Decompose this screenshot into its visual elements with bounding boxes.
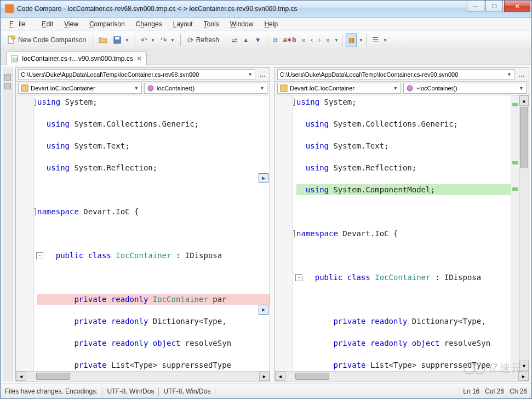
right-path-combobox[interactable]: C:\Users\Duke\AppData\Local\Temp\IocCont… xyxy=(277,69,514,80)
close-button[interactable]: ✕ xyxy=(504,1,530,12)
refresh-icon: ⟳ xyxy=(187,36,194,44)
list-icon: ☰ xyxy=(373,36,379,44)
status-encoding-left: UTF-8, Win/Dos xyxy=(107,387,154,395)
status-col: Col 26 xyxy=(485,387,504,395)
window-title: Code Compare - IocContainer.cs-rev68.svn… xyxy=(17,5,298,13)
compare-content: C:\Users\Duke\AppData\Local\Temp\IocCont… xyxy=(1,65,531,384)
char-diff-icon: a✶b xyxy=(283,36,296,44)
class-icon xyxy=(21,84,28,92)
merge-right-all-button[interactable]: » xyxy=(324,33,332,47)
statusbar: Files have changes. Encodings: UTF-8, Wi… xyxy=(1,384,531,398)
chevron-down-icon: ▼ xyxy=(507,72,512,77)
diff-marker-right-icon[interactable]: ▶ xyxy=(259,173,268,183)
right-pane: C:\Users\Duke\AppData\Local\Temp\IocCont… xyxy=(274,67,529,381)
menu-help[interactable]: Help xyxy=(259,19,283,30)
dropdown-icon[interactable]: ▼ xyxy=(334,38,339,43)
merge-left-all-icon: « xyxy=(302,36,306,44)
chevron-down-icon: ▼ xyxy=(134,86,139,91)
svg-point-7 xyxy=(148,86,153,91)
right-member-combobox[interactable]: ~IocContainer() ▼ xyxy=(403,83,527,94)
copy-icon: ⧉ xyxy=(273,36,278,44)
status-encoding-right: UTF-8, Win/Dos xyxy=(163,387,210,395)
copy-block-button[interactable]: ⧉ xyxy=(271,33,280,47)
save-button[interactable]: ▼ xyxy=(111,33,131,47)
folder-open-icon xyxy=(99,36,107,44)
right-browse-button[interactable]: … xyxy=(517,71,527,78)
method-icon xyxy=(147,84,155,92)
menu-file[interactable]: File xyxy=(4,19,36,30)
merge-left-all-button[interactable]: « xyxy=(300,33,308,47)
menu-changes[interactable]: Changes xyxy=(130,19,168,30)
merge-right-button[interactable]: › xyxy=(316,33,323,47)
svg-point-9 xyxy=(407,86,413,91)
left-path-combobox[interactable]: C:\Users\Duke\AppData\Local\Temp\IocCont… xyxy=(18,69,255,80)
left-browse-button[interactable]: … xyxy=(258,71,267,78)
left-scope-combobox[interactable]: Devart.IoC.IocContainer ▼ xyxy=(18,83,142,94)
menu-comparison[interactable]: Comparison xyxy=(84,19,130,30)
save-icon xyxy=(113,36,122,44)
right-code-editor[interactable]: -using System; using System.Collections.… xyxy=(293,95,511,371)
arrow-up-icon: ▲ xyxy=(243,36,249,44)
columns-icon: ▮▮ xyxy=(348,36,354,44)
char-diff-button[interactable]: a✶b xyxy=(281,33,299,47)
scroll-down-icon[interactable]: ▼ xyxy=(519,361,529,371)
swap-panes-button[interactable]: ⇄ xyxy=(230,33,239,47)
right-scope-combobox[interactable]: Devart.IoC.IocContainer ▼ xyxy=(277,83,401,94)
tab-label: IocContainer.cs-r…v90.svn000.tmp.cs xyxy=(22,55,133,62)
class-icon xyxy=(280,84,288,92)
menubar: File Edit View Comparison Changes Layout… xyxy=(1,18,531,31)
merge-right-icon: › xyxy=(318,36,321,44)
merge-left-icon: ‹ xyxy=(311,36,313,44)
left-pane: C:\Users\Duke\AppData\Local\Temp\IocCont… xyxy=(15,67,270,381)
csharp-file-icon: C# xyxy=(11,55,19,62)
menu-window[interactable]: Window xyxy=(225,19,259,30)
svg-rect-6 xyxy=(21,85,28,92)
refresh-button[interactable]: ⟳ Refresh xyxy=(184,33,222,47)
left-gutter[interactable] xyxy=(16,95,34,371)
redo-button[interactable]: ↷▼ xyxy=(158,33,177,47)
maximize-button[interactable]: ☐ xyxy=(485,1,503,12)
undo-button[interactable]: ↶▼ xyxy=(139,33,157,47)
tab-file[interactable]: C# IocContainer.cs-r…v90.svn000.tmp.cs ✕ xyxy=(6,52,147,65)
prev-diff-button[interactable]: ▲ xyxy=(241,33,251,47)
right-path-text: C:\Users\Duke\AppData\Local\Temp\IocCont… xyxy=(280,71,458,78)
undo-icon: ↶ xyxy=(141,36,147,44)
layout-sidebyside-button[interactable]: ▮▮ xyxy=(346,33,357,47)
app-icon xyxy=(5,4,14,13)
dropdown-icon[interactable]: ▼ xyxy=(359,38,363,43)
left-hscrollbar[interactable]: ◄ ► xyxy=(16,371,270,381)
merge-left-button[interactable]: ‹ xyxy=(308,33,315,47)
scroll-right-icon[interactable]: ► xyxy=(259,372,270,381)
minimize-button[interactable]: — xyxy=(467,1,484,12)
scroll-up-icon[interactable]: ▲ xyxy=(519,95,529,106)
scroll-left-icon[interactable]: ◄ xyxy=(275,372,285,381)
left-member-combobox[interactable]: IocContainer() ▼ xyxy=(144,83,268,94)
menu-view[interactable]: View xyxy=(59,19,84,30)
right-hscrollbar[interactable]: ◄ ► xyxy=(275,371,529,381)
right-gutter[interactable] xyxy=(275,95,293,371)
new-comparison-button[interactable]: New Code Comparison xyxy=(4,33,89,47)
right-overview-ruler[interactable] xyxy=(511,95,519,371)
merge-right-all-icon: » xyxy=(326,36,330,44)
status-message: Files have changes. Encodings: xyxy=(5,387,98,395)
tab-close-button[interactable]: ✕ xyxy=(136,55,142,62)
scroll-left-icon[interactable]: ◄ xyxy=(16,372,26,381)
menu-layout[interactable]: Layout xyxy=(168,19,198,30)
left-path-text: C:\Users\Duke\AppData\Local\Temp\IocCont… xyxy=(21,71,199,78)
menu-edit[interactable]: Edit xyxy=(36,19,59,30)
next-diff-button[interactable]: ▼ xyxy=(253,33,264,47)
diff-marker-right-icon[interactable]: ▶ xyxy=(259,305,268,315)
scroll-right-icon[interactable]: ► xyxy=(518,372,529,381)
tab-bar: C# IocContainer.cs-r…v90.svn000.tmp.cs ✕ xyxy=(1,49,531,65)
dropdown-icon[interactable]: ▼ xyxy=(383,38,387,43)
menu-tools[interactable]: Tools xyxy=(198,19,225,30)
chevron-down-icon: ▼ xyxy=(248,72,253,77)
left-code-editor[interactable]: -using System; using System.Collections.… xyxy=(34,95,270,371)
titlebar: Code Compare - IocContainer.cs-rev68.svn… xyxy=(1,1,531,18)
svg-text:C#: C# xyxy=(13,57,19,62)
left-overview-strip[interactable] xyxy=(3,67,13,381)
arrow-down-icon: ▼ xyxy=(255,36,261,44)
vscrollbar[interactable]: ▲ ▼ xyxy=(519,95,529,371)
open-button[interactable] xyxy=(96,33,110,47)
options-button[interactable]: ☰ xyxy=(370,33,381,47)
